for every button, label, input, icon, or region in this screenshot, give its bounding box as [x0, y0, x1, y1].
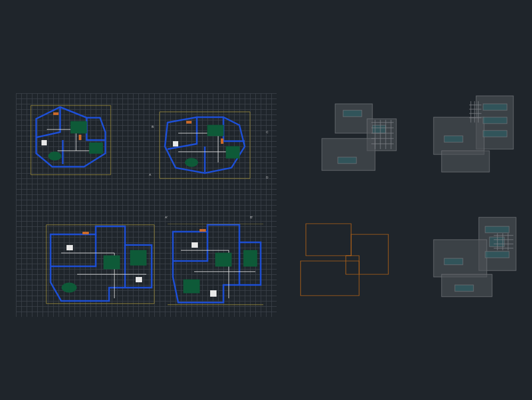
svg-rect-34 — [483, 117, 507, 124]
svg-rect-13 — [104, 256, 120, 269]
svg-rect-26 — [322, 138, 375, 170]
drawing-canvas[interactable]: B C A D A' B' — [0, 0, 532, 400]
svg-rect-14 — [130, 250, 146, 265]
svg-rect-10 — [221, 138, 223, 144]
svg-rect-36 — [444, 136, 463, 142]
svg-rect-22 — [210, 290, 217, 297]
svg-rect-35 — [483, 130, 507, 137]
svg-rect-3 — [53, 112, 59, 115]
svg-rect-11 — [173, 141, 178, 146]
svg-rect-27 — [343, 110, 362, 117]
svg-rect-17 — [136, 277, 142, 282]
svg-rect-20 — [184, 280, 200, 293]
svg-rect-40 — [485, 226, 509, 233]
svg-rect-4 — [79, 135, 81, 140]
model-space-grid[interactable]: B C A D A' B' — [16, 93, 277, 317]
svg-rect-8 — [226, 146, 239, 158]
floor-plan-4[interactable] — [165, 224, 266, 306]
floor-plan-3[interactable] — [45, 224, 157, 306]
svg-rect-42 — [444, 258, 463, 265]
svg-rect-41 — [485, 251, 509, 258]
svg-point-0 — [48, 152, 61, 160]
floor-plan-2[interactable] — [154, 109, 255, 184]
svg-rect-5 — [41, 140, 47, 145]
svg-point-12 — [62, 283, 77, 292]
svg-rect-32 — [442, 151, 489, 172]
svg-rect-29 — [372, 125, 386, 133]
elevation-north[interactable] — [314, 99, 399, 178]
svg-rect-33 — [483, 104, 507, 110]
svg-rect-9 — [186, 121, 192, 124]
svg-rect-19 — [244, 250, 257, 266]
svg-rect-44 — [489, 237, 504, 247]
roof-outline[interactable] — [295, 216, 402, 304]
svg-rect-43 — [455, 285, 473, 291]
svg-rect-7 — [207, 125, 223, 136]
svg-rect-18 — [215, 253, 231, 266]
floor-plan-1[interactable] — [26, 103, 116, 177]
svg-point-6 — [185, 158, 198, 167]
svg-rect-21 — [192, 242, 198, 248]
svg-rect-28 — [338, 157, 356, 164]
elevation-south[interactable] — [426, 213, 521, 304]
svg-rect-2 — [89, 143, 103, 153]
elevation-east[interactable] — [426, 93, 519, 178]
svg-rect-16 — [66, 245, 73, 250]
svg-rect-15 — [82, 232, 89, 234]
svg-rect-1 — [71, 121, 87, 133]
svg-rect-23 — [200, 229, 206, 232]
